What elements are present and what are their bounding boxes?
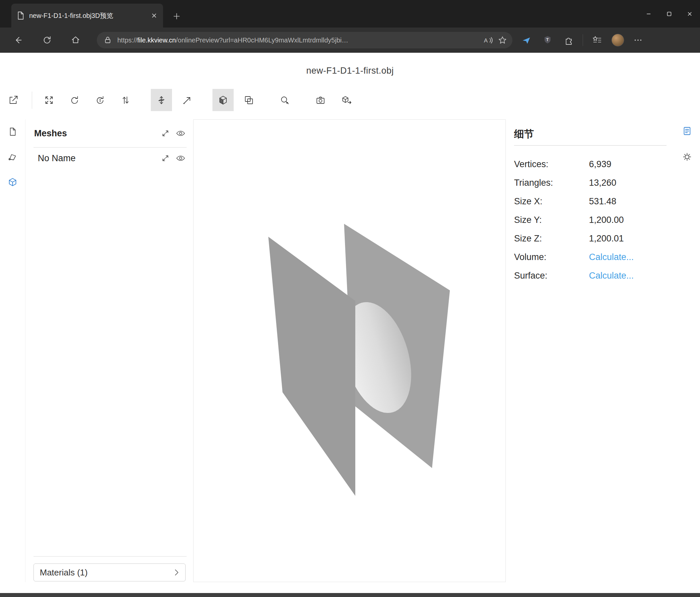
row-value: 1,200.01 [589,234,624,244]
minimize-icon [646,11,651,17]
rotate-horizontal-button[interactable] [64,89,85,111]
row-value: 1,200.00 [589,215,624,225]
blue-extension-icon [521,35,531,45]
details-row-surface: Surface: Calculate... [514,266,667,285]
browser-tab[interactable]: new-F1-D1-1-first.obj3D预览 [11,4,163,27]
row-value: 531.48 [589,196,617,207]
tab-close-button[interactable] [149,10,160,21]
viewport-3d[interactable] [193,119,506,582]
browser-navbar: https://file.kkview.cn/onlinePreview?url… [0,27,700,53]
meshes-header: Meshes [33,119,186,148]
screenshot-button[interactable] [310,89,331,111]
minimize-button[interactable] [639,0,659,27]
surface-calculate-link[interactable]: Calculate... [589,271,634,281]
row-label: Volume: [514,252,589,262]
move-axis-icon [156,95,166,105]
toolbar-divider [32,92,32,109]
more-menu-button[interactable] [631,33,645,47]
measure-line-button[interactable] [177,89,198,111]
window-controls [639,0,700,27]
close-icon [687,11,692,17]
new-tab-button[interactable] [170,9,184,23]
row-label: Triangles: [514,178,589,188]
document-icon [8,127,18,137]
zoom-tool-button[interactable] [274,89,295,111]
favorite-star-button[interactable] [495,33,510,47]
materials-mode-button[interactable] [5,150,20,165]
perspective-view-button[interactable] [212,89,234,111]
tab-favicon-document-icon [17,11,25,20]
details-panel: 细节 Vertices: 6,939 Triangles: 13,260 Siz… [514,119,667,285]
magnifier-icon [280,95,290,105]
details-row-size-y: Size Y: 1,200.00 [514,211,667,229]
svg-text:T: T [546,38,549,42]
maximize-icon [667,11,672,17]
mesh-visibility-button[interactable] [175,152,186,164]
move-tool-button[interactable] [151,89,172,111]
home-button[interactable] [66,31,85,49]
row-label: Size X: [514,196,589,207]
extensions-button[interactable] [561,33,576,47]
mesh-item[interactable]: No Name [33,148,186,169]
mesh-expand-button[interactable] [159,152,171,164]
row-label: Vertices: [514,159,589,169]
shield-extension-button[interactable]: T [540,33,555,47]
row-label: Surface: [514,271,589,281]
close-icon [151,13,157,19]
open-file-icon [8,95,18,105]
details-row-size-z: Size Z: 1,200.01 [514,229,667,248]
profile-avatar[interactable] [611,34,624,46]
navbar-divider [583,34,583,46]
fit-view-button[interactable] [39,89,60,111]
page-content: new-F1-D1-1-first.obj [0,53,700,597]
right-rail [674,119,700,582]
details-divider [514,145,667,146]
details-row-vertices: Vertices: 6,939 [514,155,667,173]
blue-extension-button[interactable] [519,33,534,47]
file-info-button[interactable] [5,124,20,139]
url-scheme: https:// [117,37,137,44]
left-rail [0,119,26,582]
settings-button[interactable] [680,149,694,164]
meshes-visibility-button[interactable] [175,127,186,139]
plane-left [269,237,355,496]
fit-screen-icon [44,95,54,105]
puzzle-icon [564,35,574,45]
flip-vertical-button[interactable] [115,89,136,111]
diagonal-arrow-icon [182,95,192,105]
maximize-button[interactable] [659,0,679,27]
materials-icon [8,152,18,162]
model-render [194,120,505,582]
rotate-vertical-button[interactable] [90,89,111,111]
back-button[interactable] [9,31,28,49]
url-path: /onlinePreview?url=aHR0cHM6Ly9maWxlLmtrd… [176,37,348,44]
volume-calculate-link[interactable]: Calculate... [589,252,634,262]
home-icon [71,35,80,45]
favorites-bar-button[interactable] [590,33,604,47]
url-domain: file.kkview.cn [137,37,176,44]
details-panel-button[interactable] [680,124,694,138]
export-cube-icon [342,95,352,105]
refresh-button[interactable] [38,31,56,49]
orthographic-view-button[interactable] [238,89,259,111]
details-rows: Vertices: 6,939 Triangles: 13,260 Size X… [514,155,667,285]
details-row-triangles: Triangles: 13,260 [514,173,667,192]
rotate-icon [70,95,79,105]
swap-vertical-icon [121,95,131,105]
read-aloud-button[interactable]: A [481,33,495,47]
materials-button[interactable]: Materials (1) [33,564,185,581]
open-model-button[interactable] [3,89,24,111]
export-model-button[interactable] [336,89,357,111]
model-mode-button[interactable] [5,175,20,190]
lock-icon[interactable] [103,36,112,44]
close-window-button[interactable] [679,0,700,27]
mesh-item-name: No Name [38,153,156,164]
browser-titlebar: new-F1-D1-1-first.obj3D预览 [0,0,700,27]
meshes-expand-button[interactable] [159,127,171,139]
row-label: Size Y: [514,215,589,225]
url-bar[interactable]: https://file.kkview.cn/onlinePreview?url… [97,32,512,48]
shield-extension-icon: T [543,35,552,45]
row-label: Size Z: [514,234,589,244]
back-arrow-icon [14,35,24,45]
url-text[interactable]: https://file.kkview.cn/onlinePreview?url… [117,37,481,44]
